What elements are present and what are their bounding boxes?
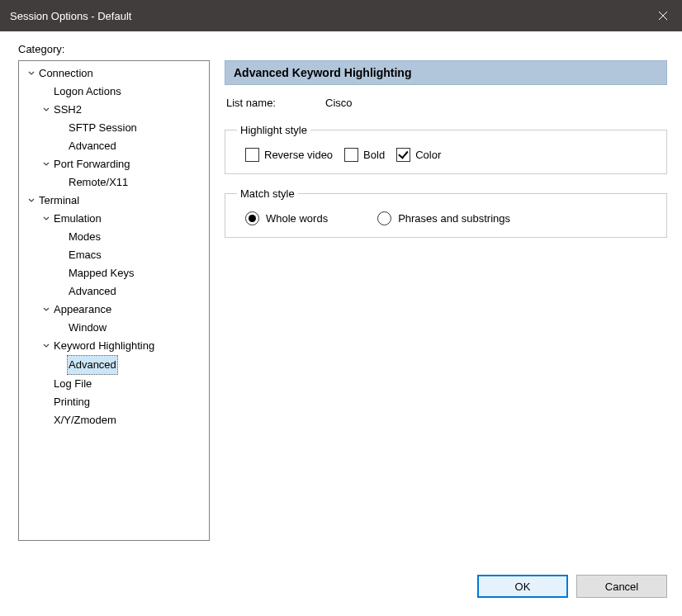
highlight-style-group: Highlight style Reverse videoBoldColor: [225, 124, 667, 174]
chevron-down-icon: [26, 69, 37, 78]
tree-item[interactable]: Logon Actions: [21, 83, 207, 101]
tree-item-label: Emacs: [67, 246, 103, 264]
panel-header: Advanced Keyword Highlighting: [225, 60, 667, 85]
dialog-buttons: OK Cancel: [18, 562, 667, 604]
chevron-down-icon: [40, 160, 52, 168]
tree-item-label: Advanced: [67, 355, 118, 375]
checkbox-box: [344, 148, 358, 162]
tree-item[interactable]: Advanced: [21, 355, 207, 375]
tree-item[interactable]: SSH2: [21, 101, 207, 119]
radio-label: Whole words: [266, 212, 328, 225]
tree-item-label: Connection: [37, 64, 95, 83]
tree-item[interactable]: Mapped Keys: [21, 264, 207, 282]
tree-item[interactable]: Emulation: [21, 210, 207, 228]
tree-item-label: SSH2: [52, 101, 83, 119]
tree-item-label: Appearance: [52, 301, 113, 319]
chevron-down-icon: [40, 215, 52, 223]
tree-item[interactable]: Modes: [21, 228, 207, 246]
tree-item-label: Keyword Highlighting: [52, 337, 156, 355]
chevron-down-icon: [40, 342, 52, 350]
tree-item[interactable]: Window: [21, 319, 207, 337]
tree-item[interactable]: Connection: [21, 64, 207, 83]
highlight-style-legend: Highlight style: [237, 124, 310, 136]
cancel-button[interactable]: Cancel: [576, 575, 667, 598]
highlight-style-checks: Reverse videoBoldColor: [237, 145, 655, 162]
match-style-legend: Match style: [237, 187, 298, 200]
checkbox-reverse-video[interactable]: Reverse video: [245, 148, 333, 162]
tree-item[interactable]: Port Forwarding: [21, 155, 207, 173]
radio-label: Phrases and substrings: [398, 212, 510, 225]
tree-item[interactable]: Remote/X11: [21, 173, 207, 192]
main-area: ConnectionLogon ActionsSSH2SFTP SessionA…: [18, 60, 667, 562]
tree-item-label: Modes: [67, 228, 102, 246]
radio-whole-words[interactable]: Whole words: [245, 211, 328, 225]
panel-body: List name: Cisco Highlight style Reverse…: [225, 85, 667, 251]
settings-panel: Advanced Keyword Highlighting List name:…: [225, 60, 667, 562]
tree-item[interactable]: Emacs: [21, 246, 207, 264]
list-name-label: List name:: [226, 97, 325, 109]
checkbox-box: [245, 148, 259, 162]
match-style-group: Match style Whole wordsPhrases and subst…: [225, 187, 667, 238]
tree-item-label: Mapped Keys: [67, 264, 136, 282]
window-title: Session Options - Default: [10, 10, 131, 22]
checkbox-box: [396, 148, 410, 162]
ok-button[interactable]: OK: [477, 575, 568, 598]
category-label: Category:: [18, 43, 667, 55]
chevron-down-icon: [26, 197, 37, 205]
checkbox-label: Bold: [363, 149, 385, 161]
close-icon: [658, 11, 668, 21]
tree-item-label: Terminal: [37, 192, 81, 210]
tree-item-label: Logon Actions: [52, 83, 123, 101]
tree-item-label: Remote/X11: [67, 173, 130, 192]
match-style-radios: Whole wordsPhrases and substrings: [237, 208, 655, 225]
tree-item[interactable]: Advanced: [21, 137, 207, 155]
close-button[interactable]: [644, 0, 682, 31]
category-tree[interactable]: ConnectionLogon ActionsSSH2SFTP SessionA…: [18, 60, 210, 541]
checkbox-color[interactable]: Color: [396, 148, 441, 162]
tree-item-label: Log File: [52, 375, 93, 393]
tree-item-label: Advanced: [67, 137, 118, 155]
tree-item[interactable]: Log File: [21, 375, 207, 393]
tree-item[interactable]: SFTP Session: [21, 119, 207, 137]
tree-item-label: X/Y/Zmodem: [52, 411, 118, 429]
checkbox-bold[interactable]: Bold: [344, 148, 385, 162]
tree-item[interactable]: X/Y/Zmodem: [21, 411, 207, 429]
tree-item[interactable]: Advanced: [21, 282, 207, 301]
tree-item-label: Advanced: [67, 282, 118, 301]
chevron-down-icon: [40, 106, 52, 114]
list-name-value: Cisco: [325, 97, 353, 109]
content-area: Category: ConnectionLogon ActionsSSH2SFT…: [0, 31, 682, 616]
tree-item[interactable]: Appearance: [21, 301, 207, 319]
tree-item[interactable]: Keyword Highlighting: [21, 337, 207, 355]
tree-item-label: Port Forwarding: [52, 155, 131, 173]
radio-circle: [245, 211, 259, 225]
session-options-dialog: Session Options - Default Category: Conn…: [0, 0, 682, 616]
tree-item-label: Window: [67, 319, 108, 337]
tree-item[interactable]: Terminal: [21, 192, 207, 210]
radio-phrases-and-substrings[interactable]: Phrases and substrings: [377, 211, 510, 225]
chevron-down-icon: [40, 306, 52, 314]
tree-item[interactable]: Printing: [21, 393, 207, 411]
tree-item-label: Printing: [52, 393, 92, 411]
checkbox-label: Color: [415, 149, 441, 161]
tree-item-label: SFTP Session: [67, 119, 139, 137]
tree-item-label: Emulation: [52, 210, 103, 228]
radio-circle: [377, 211, 391, 225]
titlebar: Session Options - Default: [0, 0, 682, 31]
checkbox-label: Reverse video: [264, 149, 333, 161]
list-name-row: List name: Cisco: [225, 95, 667, 121]
